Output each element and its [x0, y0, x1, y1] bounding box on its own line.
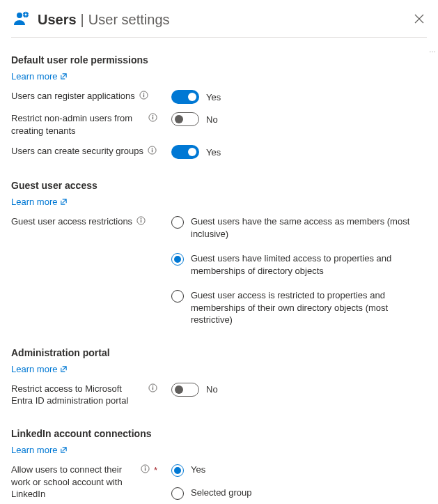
external-link-icon	[60, 365, 68, 373]
overflow-indicator: …	[429, 46, 437, 54]
setting-label: Restrict non-admin users from creating t…	[11, 112, 157, 137]
radio-linkedin-selected-group[interactable]: Selected group	[171, 487, 427, 500]
radio-label: Guest user access is restricted to prope…	[191, 289, 427, 326]
setting-linkedin-connect: Allow users to connect their work or sch…	[11, 464, 427, 501]
close-icon	[414, 14, 424, 26]
label-text: Users can register applications	[11, 90, 135, 102]
svg-rect-23	[145, 468, 146, 471]
learn-more-label: Learn more	[11, 71, 57, 82]
toggle-restrict-tenants[interactable]	[171, 112, 199, 126]
svg-point-13	[152, 148, 153, 149]
setting-label: Users can register applications	[11, 90, 157, 103]
info-icon[interactable]	[148, 383, 157, 396]
close-button[interactable]	[412, 13, 427, 27]
radio-label: Yes	[191, 464, 205, 476]
panel-header: Users | User settings	[11, 10, 427, 38]
svg-point-7	[143, 93, 144, 94]
learn-more-link[interactable]: Learn more	[11, 364, 68, 374]
info-icon[interactable]	[148, 146, 157, 158]
toggle-restrict-portal[interactable]	[171, 383, 199, 397]
setting-label: Allow users to connect their work or sch…	[11, 464, 157, 501]
radio-indicator	[171, 290, 184, 303]
toggle-state: No	[206, 384, 218, 395]
label-text: Guest user access restrictions	[11, 215, 132, 228]
svg-point-16	[141, 218, 142, 220]
learn-more-link[interactable]: Learn more	[11, 197, 68, 207]
svg-point-19	[152, 385, 154, 387]
label-text: Restrict non-admin users from creating t…	[11, 112, 144, 137]
radio-label: Guest users have limited access to prope…	[191, 252, 427, 277]
learn-more-link[interactable]: Learn more	[11, 71, 68, 82]
users-gear-icon	[11, 10, 31, 30]
radio-linkedin-yes[interactable]: Yes	[171, 464, 427, 477]
setting-restrict-tenants: Restrict non-admin users from creating t…	[11, 112, 427, 137]
learn-more-label: Learn more	[11, 445, 57, 455]
svg-rect-20	[152, 387, 153, 390]
section-linkedin: LinkedIn account connections Learn more …	[11, 415, 427, 501]
info-icon[interactable]	[139, 91, 148, 103]
radio-indicator	[171, 464, 184, 477]
setting-restrict-portal: Restrict access to Microsoft Entra ID ad…	[11, 383, 427, 407]
toggle-state: Yes	[206, 147, 221, 158]
label-text: Restrict access to Microsoft Entra ID ad…	[11, 383, 144, 407]
radio-group-linkedin: Yes Selected group	[157, 464, 427, 500]
setting-label: Guest user access restrictions	[11, 215, 157, 229]
info-icon[interactable]	[141, 464, 150, 477]
section-heading: Default user role permissions	[11, 54, 427, 66]
section-heading: Administration portal	[11, 347, 427, 358]
label-text: Allow users to connect their work or sch…	[11, 464, 136, 501]
learn-more-label: Learn more	[11, 197, 57, 207]
radio-group-guest: Guest users have the same access as memb…	[157, 215, 427, 326]
section-heading: Guest user access	[11, 180, 427, 191]
page-subtitle: User settings	[88, 12, 170, 28]
radio-guest-restricted[interactable]: Guest user access is restricted to prope…	[171, 289, 427, 326]
setting-register-apps: Users can register applications Yes	[11, 90, 427, 104]
svg-rect-8	[143, 94, 144, 97]
toggle-security-groups[interactable]	[171, 145, 199, 159]
radio-guest-limited[interactable]: Guest users have limited access to prope…	[171, 252, 427, 277]
info-icon[interactable]	[148, 113, 157, 125]
svg-rect-11	[152, 116, 153, 119]
svg-rect-17	[141, 220, 141, 222]
radio-indicator	[171, 487, 184, 500]
setting-label: Users can create security groups	[11, 145, 157, 158]
title-divider: |	[81, 12, 84, 28]
toggle-state: Yes	[206, 92, 221, 102]
radio-label: Guest users have the same access as memb…	[191, 215, 427, 240]
toggle-state: No	[206, 114, 218, 125]
external-link-icon	[60, 446, 68, 454]
external-link-icon	[60, 198, 68, 206]
learn-more-link[interactable]: Learn more	[11, 445, 68, 455]
radio-label: Selected group	[191, 487, 251, 499]
svg-point-22	[145, 466, 146, 468]
section-guest-access: Guest user access Learn more Guest user …	[11, 167, 427, 326]
label-text: Users can create security groups	[11, 145, 143, 158]
section-heading: LinkedIn account connections	[11, 428, 427, 439]
radio-guest-same-access[interactable]: Guest users have the same access as memb…	[171, 215, 427, 240]
learn-more-label: Learn more	[11, 364, 57, 374]
svg-point-10	[152, 115, 154, 116]
section-admin-portal: Administration portal Learn more Restric…	[11, 335, 427, 407]
radio-indicator	[171, 216, 184, 229]
setting-security-groups: Users can create security groups Yes	[11, 145, 427, 159]
info-icon[interactable]	[136, 216, 146, 229]
svg-rect-14	[152, 149, 152, 152]
svg-point-1	[25, 14, 27, 16]
radio-indicator	[171, 253, 184, 266]
setting-guest-restrictions: Guest user access restrictions Guest use…	[11, 215, 427, 326]
section-default-role: Default user role permissions Learn more…	[11, 42, 427, 159]
page-title: Users	[38, 12, 77, 28]
setting-label: Restrict access to Microsoft Entra ID ad…	[11, 383, 157, 407]
external-link-icon	[60, 72, 68, 80]
toggle-register-apps[interactable]	[171, 90, 199, 104]
